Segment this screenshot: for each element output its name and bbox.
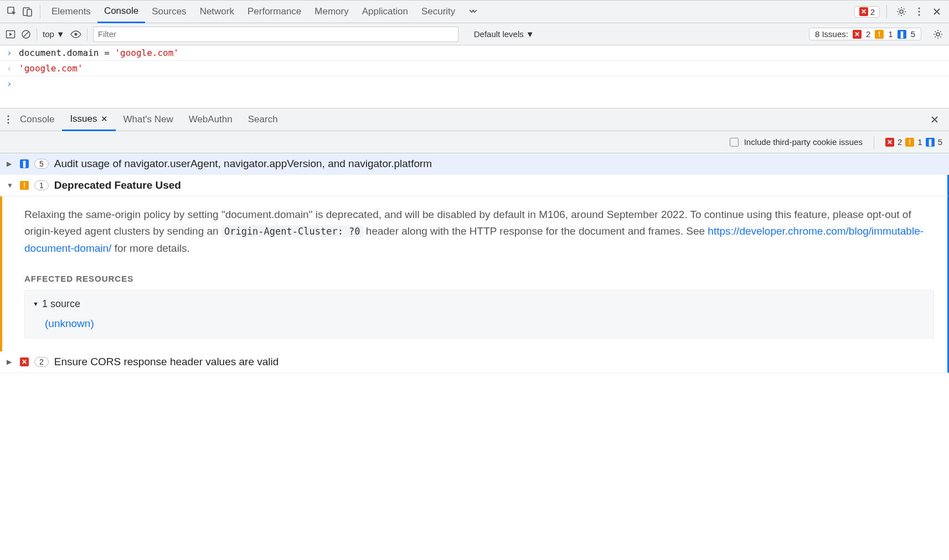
affected-resources-box: ▼ 1 source (unknown)	[24, 290, 934, 338]
tab-application[interactable]: Application	[355, 0, 415, 23]
svg-rect-2	[27, 9, 32, 16]
log-level-label: Default levels	[474, 29, 524, 39]
issue-row-deprecated-feature[interactable]: ▼ ! 1 Deprecated Feature Used	[0, 175, 949, 196]
close-drawer-icon[interactable]	[925, 115, 945, 124]
svg-point-11	[8, 116, 9, 117]
issue-title: Ensure CORS response header values are v…	[54, 356, 279, 368]
inspect-element-icon[interactable]	[4, 4, 20, 19]
tab-memory[interactable]: Memory	[308, 0, 355, 23]
drawer-info-count: 5	[938, 137, 942, 147]
issues-info-count: 5	[911, 29, 915, 39]
issue-title: Deprecated Feature Used	[54, 179, 181, 191]
affected-resources-heading: AFFECTED RESOURCES	[24, 272, 934, 286]
affected-source-link[interactable]: (unknown)	[33, 315, 926, 332]
drawer-tab-issues-label: Issues	[70, 113, 97, 125]
info-badge-icon: ❚	[926, 138, 935, 147]
separator	[40, 5, 40, 18]
top-error-counter[interactable]: ✕ 2	[854, 6, 880, 18]
drawer-tab-issues[interactable]: Issues ✕	[62, 108, 115, 131]
issue-code-snippet: Origin-Agent-Cluster: ?0	[221, 225, 363, 237]
execute-icon[interactable]	[6, 29, 16, 39]
affected-source-toggle[interactable]: ▼ 1 source	[33, 296, 926, 312]
issue-count: 1	[34, 180, 49, 190]
issue-body-deprecated-feature: Relaxing the same-origin policy by setti…	[0, 196, 949, 351]
console-output-row: ‹ 'google.com'	[0, 61, 949, 76]
chevron-down-icon: ▼	[56, 29, 65, 39]
tab-performance[interactable]: Performance	[241, 0, 308, 23]
console-settings-gear-icon[interactable]	[932, 29, 943, 40]
issue-row-cors[interactable]: ▶ ✕ 2 Ensure CORS response header values…	[0, 351, 949, 373]
prompt-caret-icon: ›	[7, 79, 14, 89]
tab-network[interactable]: Network	[193, 0, 241, 23]
error-badge-icon: ✕	[859, 7, 868, 16]
tab-elements[interactable]: Elements	[45, 0, 97, 23]
include-thirdparty-label: Include third-party cookie issues	[744, 137, 863, 147]
svg-point-9	[74, 33, 77, 35]
more-tabs-chevron-icon[interactable]	[465, 4, 481, 19]
top-error-count: 2	[870, 7, 875, 17]
close-tab-icon[interactable]: ✕	[101, 114, 108, 124]
issue-description: Relaxing the same-origin policy by setti…	[24, 206, 934, 257]
svg-point-6	[919, 14, 920, 16]
drawer-tab-whatsnew[interactable]: What's New	[116, 108, 181, 131]
console-output-value: 'google.com'	[19, 63, 83, 74]
drawer-tab-console[interactable]: Console	[12, 108, 62, 131]
issues-label: 8 Issues:	[815, 29, 848, 39]
info-badge-icon: ❚	[898, 30, 906, 39]
kebab-menu-icon[interactable]	[911, 4, 927, 19]
drawer-err-count: 2	[898, 137, 902, 147]
error-badge-icon: ✕	[853, 30, 862, 39]
output-caret-icon: ‹	[7, 63, 14, 74]
info-badge-icon: ❚	[20, 159, 29, 168]
separator	[87, 28, 87, 40]
console-input-string: 'google.com'	[115, 48, 179, 58]
separator	[886, 5, 887, 18]
drawer-kebab-icon[interactable]	[4, 114, 12, 125]
warning-badge-icon: !	[905, 138, 914, 147]
include-thirdparty-checkbox[interactable]	[730, 138, 739, 147]
svg-point-3	[900, 10, 903, 13]
tab-sources[interactable]: Sources	[145, 0, 193, 23]
disclosure-triangle-icon: ▶	[7, 358, 14, 366]
chevron-down-icon: ▼	[526, 29, 534, 39]
clear-console-icon[interactable]	[21, 29, 31, 39]
console-toolbar: top ▼ Default levels ▼ 8 Issues: ✕2 !1 ❚…	[0, 23, 949, 45]
tab-console[interactable]: Console	[97, 0, 145, 23]
console-filter-input[interactable]	[93, 27, 458, 42]
error-badge-icon: ✕	[20, 357, 29, 366]
log-level-selector[interactable]: Default levels ▼	[470, 29, 539, 39]
issue-count: 5	[34, 159, 49, 169]
svg-point-12	[8, 119, 9, 121]
close-devtools-icon[interactable]	[929, 4, 945, 19]
console-input-code: document.domain =	[19, 48, 115, 58]
separator	[37, 28, 37, 40]
drawer-tab-webauthn[interactable]: WebAuthn	[181, 108, 240, 131]
console-input-row: › document.domain = 'google.com'	[0, 45, 949, 61]
affected-source-label: 1 source	[42, 296, 80, 312]
input-caret-icon: ›	[7, 48, 14, 58]
issue-title: Audit usage of navigator.userAgent, navi…	[54, 158, 432, 170]
issues-warn-count: 1	[888, 29, 893, 39]
disclosure-triangle-icon: ▼	[33, 299, 39, 309]
svg-point-4	[919, 8, 920, 9]
drawer-tabs: Console Issues ✕ What's New WebAuthn Sea…	[0, 108, 949, 131]
warning-badge-icon: !	[875, 30, 884, 39]
console-log-area: › document.domain = 'google.com' ‹ 'goog…	[0, 45, 949, 91]
settings-gear-icon[interactable]	[894, 4, 909, 19]
issue-count: 2	[34, 357, 49, 367]
context-selector[interactable]: top ▼	[43, 29, 65, 39]
drawer-warn-count: 1	[917, 137, 922, 147]
drawer-tab-search[interactable]: Search	[240, 108, 286, 131]
issue-text-part3: for more details.	[111, 242, 190, 254]
tab-security[interactable]: Security	[415, 0, 462, 23]
device-toolbar-icon[interactable]	[20, 4, 35, 19]
issue-row-audit-navigator[interactable]: ▶ ❚ 5 Audit usage of navigator.userAgent…	[0, 153, 949, 175]
issues-summary[interactable]: 8 Issues: ✕2 !1 ❚5	[809, 28, 921, 40]
error-badge-icon: ✕	[885, 138, 894, 147]
context-label: top	[43, 29, 54, 39]
disclosure-triangle-icon: ▶	[7, 160, 14, 168]
console-prompt-row[interactable]: ›	[0, 76, 949, 91]
issue-text-part2: header along with the HTTP response for …	[363, 225, 708, 237]
warning-badge-icon: !	[20, 181, 29, 190]
live-expression-eye-icon[interactable]	[70, 30, 81, 38]
